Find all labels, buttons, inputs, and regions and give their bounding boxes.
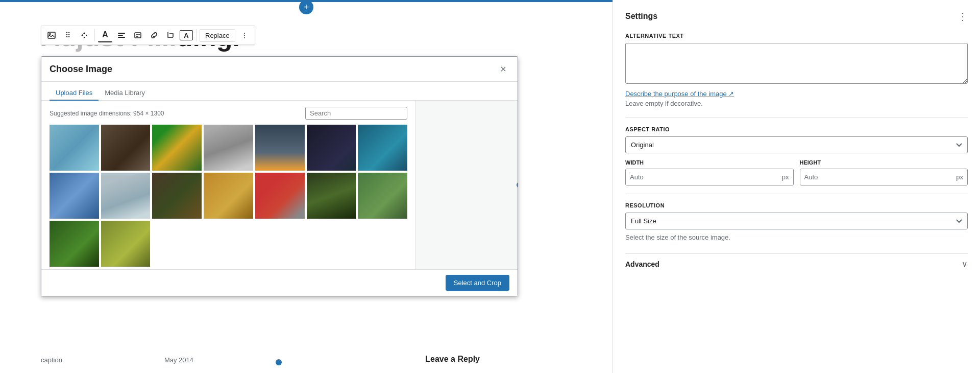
modal-close-button[interactable]: × xyxy=(497,63,509,75)
alt-text-label: ALTERNATIVE TEXT xyxy=(625,33,968,39)
aspect-ratio-label: ASPECT RATIO xyxy=(625,126,968,132)
link-icon[interactable] xyxy=(147,28,161,42)
modal-footer: Select and Crop xyxy=(41,269,518,296)
svg-point-1 xyxy=(50,34,51,35)
more-options-icon[interactable]: ⋮ xyxy=(237,28,252,42)
align-icon[interactable] xyxy=(114,28,129,42)
scrollbar-handle[interactable] xyxy=(517,182,518,188)
editor-area: + ⠿ A xyxy=(0,0,612,373)
width-field: WIDTH px xyxy=(625,159,794,185)
settings-panel: Settings ⋮ ALTERNATIVE TEXT Describe the… xyxy=(612,0,980,373)
list-item[interactable] xyxy=(204,125,253,171)
section-divider-1 xyxy=(625,118,968,118)
svg-rect-3 xyxy=(118,35,123,36)
drag-handle-icon[interactable]: ⠿ xyxy=(61,28,75,42)
suggested-dimensions: Suggested image dimensions: 954 × 1300 xyxy=(50,110,164,117)
aspect-ratio-select[interactable]: Original 16:9 4:3 1:1 3:4 xyxy=(625,136,968,153)
search-input[interactable] xyxy=(305,107,407,120)
select-and-crop-button[interactable]: Select and Crop xyxy=(446,275,509,291)
add-block-button[interactable]: + xyxy=(299,0,313,14)
replace-button[interactable]: Replace xyxy=(200,29,235,42)
height-field: HEIGHT px xyxy=(800,159,968,185)
list-item[interactable] xyxy=(50,125,99,171)
width-input[interactable] xyxy=(626,169,780,185)
settings-header: Settings ⋮ xyxy=(625,10,968,22)
height-input[interactable] xyxy=(800,169,954,185)
list-item[interactable] xyxy=(101,173,151,219)
alt-text-input[interactable] xyxy=(625,43,968,84)
tab-media-library[interactable]: Media Library xyxy=(99,86,151,101)
image-grid xyxy=(50,125,407,267)
width-unit: px xyxy=(780,169,793,185)
list-item[interactable] xyxy=(204,173,253,219)
move-icon[interactable] xyxy=(77,28,91,42)
leave-empty-hint: Leave empty if decorative. xyxy=(625,100,968,107)
section-divider-2 xyxy=(625,194,968,194)
advanced-section[interactable]: Advanced ∨ xyxy=(625,253,968,274)
list-item[interactable] xyxy=(152,173,202,219)
list-item[interactable] xyxy=(307,173,356,219)
settings-title: Settings xyxy=(625,12,657,21)
alt-text-icon[interactable]: A xyxy=(180,30,193,40)
chevron-down-icon: ∨ xyxy=(962,259,968,269)
resolution-hint: Select the size of the source image. xyxy=(625,234,968,241)
crop-icon[interactable] xyxy=(163,28,178,42)
resolution-label: RESOLUTION xyxy=(625,202,968,208)
toolbar-divider-1 xyxy=(94,29,95,41)
svg-rect-5 xyxy=(135,33,141,38)
modal-tabs: Upload Files Media Library xyxy=(41,82,518,101)
describe-purpose-link[interactable]: Describe the purpose of the image ↗ xyxy=(625,90,968,98)
list-item[interactable] xyxy=(358,125,407,171)
list-item[interactable] xyxy=(307,125,356,171)
list-item[interactable] xyxy=(50,221,99,267)
choose-image-modal: Choose Image × Upload Files Media Librar… xyxy=(41,56,518,296)
svg-rect-4 xyxy=(118,37,125,38)
settings-more-button[interactable]: ⋮ xyxy=(958,10,968,22)
modal-sidebar xyxy=(415,101,518,269)
caption-text: caption xyxy=(41,356,62,364)
list-item[interactable] xyxy=(255,173,305,219)
toolbar-divider-2 xyxy=(196,29,197,41)
list-item[interactable] xyxy=(358,173,407,219)
list-item[interactable] xyxy=(101,125,151,171)
advanced-label: Advanced xyxy=(625,260,659,268)
width-input-wrap: px xyxy=(625,169,794,185)
image-icon[interactable] xyxy=(44,28,59,42)
bottom-nav-dot[interactable] xyxy=(276,359,282,365)
height-label: HEIGHT xyxy=(800,159,968,166)
tab-upload-files[interactable]: Upload Files xyxy=(50,86,99,101)
height-unit: px xyxy=(954,169,967,185)
leave-reply-text: Leave a Reply xyxy=(425,355,480,364)
list-item[interactable] xyxy=(152,125,202,171)
modal-search-bar: Suggested image dimensions: 954 × 1300 xyxy=(50,107,407,120)
modal-header: Choose Image × xyxy=(41,57,518,82)
svg-rect-2 xyxy=(118,33,125,34)
dimension-row: WIDTH px HEIGHT px xyxy=(625,159,968,185)
text-color-icon[interactable]: A xyxy=(98,28,112,42)
list-item[interactable] xyxy=(50,173,99,219)
width-label: WIDTH xyxy=(625,159,794,166)
list-item[interactable] xyxy=(255,125,305,171)
svg-rect-0 xyxy=(48,32,55,38)
height-input-wrap: px xyxy=(800,169,968,185)
list-item[interactable] xyxy=(101,221,151,267)
modal-title: Choose Image xyxy=(50,64,112,75)
modal-main-content: Suggested image dimensions: 954 × 1300 xyxy=(41,101,415,269)
modal-body: Suggested image dimensions: 954 × 1300 xyxy=(41,101,518,269)
bottom-bar: caption May 2014 xyxy=(41,356,193,364)
block-toolbar: ⠿ A xyxy=(41,26,255,45)
resolution-select[interactable]: Full Size Large Medium Thumbnail xyxy=(625,213,968,229)
caption-icon[interactable] xyxy=(131,28,145,42)
date-text: May 2014 xyxy=(164,356,193,364)
